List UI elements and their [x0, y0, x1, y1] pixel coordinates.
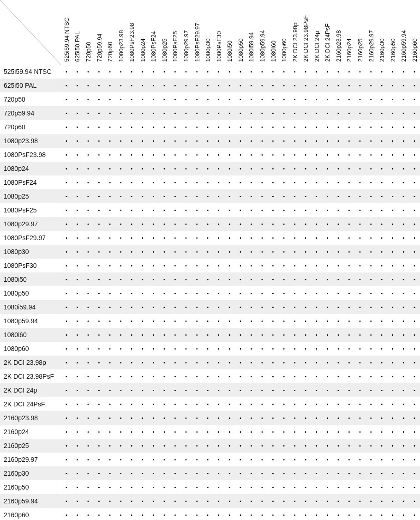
support-dot: • [235, 369, 246, 383]
column-header: 1080PsF29.97 [192, 0, 203, 65]
support-dot: • [300, 342, 311, 356]
support-dot: • [148, 342, 159, 356]
support-dot: • [202, 494, 213, 508]
support-dot: • [387, 383, 398, 397]
support-dot: • [83, 342, 94, 356]
support-dot: • [366, 120, 377, 134]
support-dot: • [366, 453, 377, 466]
support-dot: • [61, 383, 72, 397]
support-dot: • [300, 494, 311, 508]
support-dot: • [104, 65, 115, 79]
support-dot: • [311, 397, 322, 411]
support-dot: • [387, 175, 398, 189]
support-dot: • [300, 245, 311, 259]
support-dot: • [278, 286, 289, 300]
support-dot: • [180, 79, 192, 92]
support-dot: • [333, 466, 344, 480]
support-dot: • [322, 175, 333, 189]
support-dot: • [300, 300, 311, 314]
support-dot: • [311, 494, 322, 508]
support-dot: • [148, 175, 159, 189]
support-dot: • [376, 342, 387, 356]
support-dot: • [104, 425, 115, 439]
support-dot: • [409, 397, 420, 411]
support-dot: • [246, 134, 257, 148]
support-dot: • [104, 286, 115, 300]
support-dot: • [104, 466, 115, 480]
support-dot: • [344, 203, 355, 217]
column-header-label: 1080PsF29.97 [193, 23, 200, 62]
support-dot: • [311, 356, 322, 369]
support-dot: • [192, 217, 203, 231]
support-dot: • [366, 425, 377, 439]
support-dot: • [289, 203, 300, 217]
support-dot: • [366, 259, 377, 272]
support-dot: • [72, 175, 83, 189]
support-dot: • [159, 65, 170, 79]
support-dot: • [257, 175, 268, 189]
support-dot: • [192, 508, 203, 520]
support-dot: • [409, 356, 420, 369]
table-row: 1080i60••••••••••••••••••••••••••••••••• [0, 328, 420, 342]
support-dot: • [398, 148, 409, 162]
support-dot: • [180, 466, 192, 480]
support-dot: • [311, 203, 322, 217]
column-header-label: 1080p59.94 [258, 30, 265, 62]
table-row: 2160p59.94••••••••••••••••••••••••••••••… [0, 494, 420, 508]
support-dot: • [366, 231, 377, 245]
support-dot: • [61, 494, 72, 508]
support-dot: • [83, 508, 94, 520]
support-dot: • [115, 397, 126, 411]
support-dot: • [170, 439, 181, 453]
support-dot: • [398, 203, 409, 217]
support-dot: • [126, 439, 137, 453]
support-dot: • [354, 106, 366, 120]
support-dot: • [289, 245, 300, 259]
support-dot: • [257, 259, 268, 272]
column-header: 2160p59.94 [398, 0, 409, 65]
support-dot: • [322, 397, 333, 411]
support-dot: • [213, 328, 224, 342]
column-header-label: 2K DCI 23.98p [291, 23, 298, 62]
support-dot: • [159, 356, 170, 369]
support-dot: • [278, 383, 289, 397]
support-dot: • [235, 383, 246, 397]
support-dot: • [344, 259, 355, 272]
support-dot: • [213, 342, 224, 356]
support-dot: • [83, 286, 94, 300]
support-dot: • [159, 494, 170, 508]
support-dot: • [409, 79, 420, 92]
support-dot: • [366, 300, 377, 314]
support-dot: • [61, 272, 72, 286]
support-dot: • [257, 286, 268, 300]
support-dot: • [104, 217, 115, 231]
support-dot: • [61, 259, 72, 272]
support-dot: • [246, 480, 257, 494]
support-dot: • [409, 259, 420, 272]
support-dot: • [137, 383, 148, 397]
support-dot: • [159, 134, 170, 148]
support-dot: • [409, 120, 420, 134]
support-dot: • [289, 425, 300, 439]
support-dot: • [311, 314, 322, 328]
support-dot: • [148, 272, 159, 286]
table-row: 2160p60••••••••••••••••••••••••••••••••• [0, 508, 420, 520]
support-dot: • [257, 508, 268, 520]
support-dot: • [235, 203, 246, 217]
support-dot: • [322, 286, 333, 300]
support-dot: • [344, 79, 355, 92]
support-dot: • [257, 148, 268, 162]
row-header: 1080PsF24 [0, 175, 61, 189]
support-dot: • [311, 134, 322, 148]
support-dot: • [224, 189, 235, 203]
support-dot: • [366, 397, 377, 411]
support-dot: • [137, 286, 148, 300]
support-dot: • [213, 79, 224, 92]
support-dot: • [148, 328, 159, 342]
support-dot: • [126, 397, 137, 411]
support-dot: • [354, 439, 366, 453]
table-row: 720p59.94•••••••••••••••••••••••••••••••… [0, 106, 420, 120]
support-dot: • [115, 286, 126, 300]
support-dot: • [104, 453, 115, 466]
support-dot: • [289, 383, 300, 397]
